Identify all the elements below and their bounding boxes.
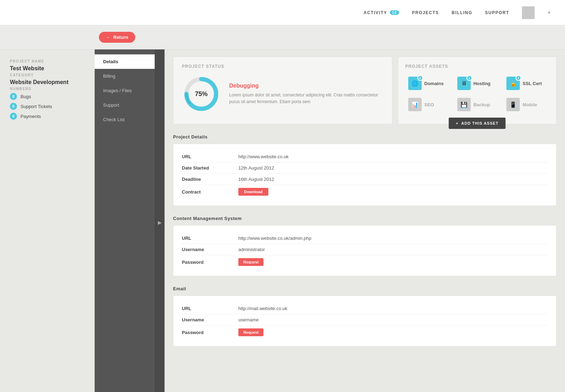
- sidebar-item-support[interactable]: Support: [95, 98, 155, 112]
- mobile-label: Mobile: [523, 102, 537, 107]
- email-url-row: URL http://mail.website.co.uk: [182, 303, 548, 314]
- main-content: Project Status 75%: [165, 49, 565, 392]
- nav-activity[interactable]: ACTIVITY 10: [364, 10, 399, 15]
- project-assets-card: Project Assets 🌐 2 Domains 🖥: [398, 57, 557, 124]
- url-key: URL: [182, 154, 238, 159]
- download-button[interactable]: Download: [238, 188, 268, 196]
- asset-backup: 💾 Backup: [454, 96, 500, 113]
- sidebar-item-details[interactable]: Details: [95, 54, 155, 69]
- domains-count: 2: [417, 75, 423, 81]
- asset-domains: 🌐 2 Domains: [405, 75, 451, 92]
- main-layout: PROJECT NAME Test Website CATEGORY Websi…: [0, 49, 565, 392]
- hosting-count: 1: [466, 75, 472, 81]
- project-info-sidebar: PROJECT NAME Test Website CATEGORY Websi…: [0, 49, 95, 392]
- category-value: Website Development: [10, 79, 85, 85]
- status-label: Debugging: [229, 83, 383, 89]
- donut-chart: 75%: [182, 75, 221, 113]
- mobile-icon: 📱: [510, 101, 517, 108]
- seo-icon-box: 📊: [408, 98, 422, 111]
- top-navigation: ACTIVITY 10 PROJECTS BILLING SUPPORT ▼: [0, 0, 565, 25]
- sidebar-item-checklist[interactable]: Check List: [95, 112, 155, 127]
- hosting-icon: 🖥: [461, 80, 467, 87]
- projects-label: PROJECTS: [412, 10, 439, 15]
- ssl-icon-box: 🔒 1: [506, 77, 520, 90]
- bugs-count: 0: [10, 93, 17, 100]
- top-cards-row: Project Status 75%: [173, 57, 557, 124]
- ssl-label: SSL Cert: [523, 81, 542, 86]
- project-status-title: Project Status: [182, 64, 383, 69]
- support-tickets-count: 0: [10, 103, 17, 110]
- billing-label: BILLING: [452, 10, 472, 15]
- email-username-row: Username username: [182, 314, 548, 326]
- email-username-key: Username: [182, 317, 238, 322]
- deadline-row: Deadline 16th August 2012: [182, 174, 548, 185]
- return-button[interactable]: ← Return: [99, 32, 135, 43]
- seo-icon: 📊: [411, 101, 418, 108]
- numbers-section: NUMBERS 0 Bugs 0 Support Tickets 0 Payme…: [10, 87, 85, 120]
- nav-billing[interactable]: BILLING: [452, 10, 472, 15]
- email-request-button[interactable]: Request: [238, 328, 263, 336]
- sidebar-item-images-files[interactable]: Images / Files: [95, 83, 155, 98]
- activity-label: ACTIVITY: [364, 10, 387, 15]
- project-status-card: Project Status 75%: [173, 57, 392, 124]
- email-card: URL http://mail.website.co.uk Username u…: [173, 296, 557, 346]
- email-password-key: Password: [182, 330, 238, 335]
- url-row: URL http://www.website.co.uk: [182, 151, 548, 162]
- contract-key: Contract: [182, 189, 238, 195]
- arrow-left-icon: ←: [106, 35, 111, 40]
- hosting-label: Hosting: [474, 81, 490, 86]
- nav-projects[interactable]: PROJECTS: [412, 10, 439, 15]
- date-started-key: Date Started: [182, 165, 238, 171]
- cms-username-key: Username: [182, 247, 238, 252]
- cms-password-row: Password Request: [182, 255, 548, 269]
- cms-url-value: http://www.website.co.uk/admin.php: [238, 236, 311, 241]
- cms-url-row: URL http://www.website.co.uk/admin.php: [182, 233, 548, 244]
- chevron-down-icon: ▼: [547, 11, 551, 14]
- backup-label: Backup: [474, 102, 490, 107]
- section-navigation: Details Billing Images / Files Support C…: [95, 49, 155, 392]
- sidebar-toggle[interactable]: ▶: [155, 49, 165, 392]
- category-label: CATEGORY: [10, 73, 85, 77]
- status-info: Debugging Lorem ipsum dolor sit amet, co…: [229, 83, 383, 105]
- payments-count: 0: [10, 113, 17, 120]
- sidebar-item-billing[interactable]: Billing: [95, 69, 155, 83]
- project-details-card: URL http://www.website.co.uk Date Starte…: [173, 144, 557, 206]
- deadline-key: Deadline: [182, 177, 238, 182]
- status-description: Lorem ipsum dolor sit amet, consectetur …: [229, 92, 383, 105]
- support-label: SUPPORT: [485, 10, 510, 15]
- add-asset-label: ADD THIS ASSET: [461, 121, 498, 125]
- project-details-section-title: Project Details: [173, 134, 557, 139]
- cms-username-row: Username administrator: [182, 244, 548, 255]
- ssl-count: 1: [516, 75, 521, 81]
- cms-password-key: Password: [182, 260, 238, 265]
- toggle-arrow-icon: ▶: [158, 220, 162, 225]
- dark-sidebar-wrapper: Details Billing Images / Files Support C…: [95, 49, 165, 392]
- domains-label: Domains: [424, 81, 444, 86]
- return-label: Return: [113, 35, 128, 40]
- cms-username-value: administrator: [238, 247, 265, 252]
- domains-icon-box: 🌐 2: [408, 77, 422, 90]
- project-assets-title: Project Assets: [405, 64, 549, 69]
- asset-ssl-cert: 🔒 1 SSL Cert: [504, 75, 549, 92]
- support-tickets-label: Support Tickets: [20, 104, 52, 109]
- date-started-row: Date Started 12th August 2012: [182, 162, 548, 174]
- user-avatar[interactable]: [522, 6, 535, 19]
- numbers-label: NUMBERS: [10, 87, 85, 91]
- mobile-icon-box: 📱: [506, 98, 520, 111]
- email-url-key: URL: [182, 306, 238, 311]
- url-value: http://www.website.co.uk: [238, 154, 289, 159]
- add-asset-button[interactable]: + ADD THIS ASSET: [449, 118, 506, 129]
- cms-url-key: URL: [182, 236, 238, 241]
- payments-label: Payments: [20, 114, 41, 119]
- asset-hosting: 🖥 1 Hosting: [454, 75, 500, 92]
- project-name-section: PROJECT NAME Test Website: [10, 59, 85, 72]
- nav-support[interactable]: SUPPORT: [485, 10, 510, 15]
- sub-header: ← Return: [0, 25, 565, 49]
- project-name-label: PROJECT NAME: [10, 59, 85, 63]
- cms-request-button[interactable]: Request: [238, 258, 263, 266]
- support-tickets-number-item: 0 Support Tickets: [10, 103, 85, 110]
- contract-row: Contract Download: [182, 185, 548, 198]
- category-section: CATEGORY Website Development: [10, 73, 85, 85]
- status-content: 75% Debugging Lorem ipsum dolor sit amet…: [182, 75, 383, 113]
- payments-number-item: 0 Payments: [10, 113, 85, 120]
